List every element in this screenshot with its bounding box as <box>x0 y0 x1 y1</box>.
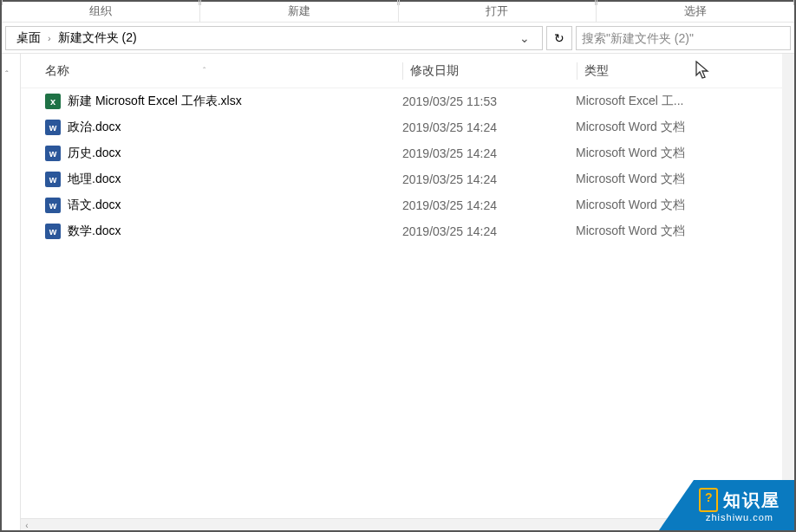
word-file-icon <box>45 146 61 161</box>
watermark-url: zhishiwu.com <box>706 512 773 522</box>
file-name-cell: 语文.docx <box>21 198 402 213</box>
file-row[interactable]: 历史.docx2019/03/25 14:24Microsoft Word 文档 <box>21 140 782 166</box>
file-name-cell: 政治.docx <box>21 120 402 135</box>
breadcrumb[interactable]: 桌面 › 新建文件夹 (2) ⌄ <box>5 26 543 50</box>
ribbon-group-organize: 组织 <box>2 2 200 22</box>
file-name-cell: 数学.docx <box>21 224 402 239</box>
file-name-cell: 新建 Microsoft Excel 工作表.xlsx <box>21 94 402 109</box>
ribbon-group-open: 打开 <box>399 2 597 22</box>
vertical-scrollbar[interactable] <box>782 54 794 530</box>
file-type-cell: Microsoft Word 文档 <box>576 172 767 187</box>
word-file-icon <box>45 172 61 187</box>
breadcrumb-segment-desktop[interactable]: 桌面 <box>13 30 44 46</box>
file-type-cell: Microsoft Word 文档 <box>576 198 767 213</box>
file-name-label: 政治.docx <box>68 120 121 135</box>
file-name-label: 语文.docx <box>68 198 121 213</box>
address-bar-row: 桌面 › 新建文件夹 (2) ⌄ ↻ <box>2 23 794 54</box>
file-date-cell: 2019/03/25 14:24 <box>402 146 576 160</box>
file-row[interactable]: 新建 Microsoft Excel 工作表.xlsx2019/03/25 11… <box>21 88 782 114</box>
column-header-name[interactable]: 名称 ˆ <box>21 63 402 79</box>
file-date-cell: 2019/03/25 14:24 <box>402 224 576 238</box>
file-date-cell: 2019/03/25 14:24 <box>402 172 576 186</box>
refresh-icon: ↻ <box>554 31 564 45</box>
word-file-icon <box>45 224 61 239</box>
refresh-button[interactable]: ↻ <box>546 26 572 50</box>
body: ˆ 名称 ˆ 修改日期 类型 新建 Microsoft Excel 工作表.xl… <box>2 54 794 530</box>
file-name-label: 新建 Microsoft Excel 工作表.xlsx <box>68 94 242 109</box>
search-box[interactable] <box>576 26 791 50</box>
nav-pane-collapsed[interactable]: ˆ <box>2 54 21 530</box>
ribbon-group-select: 选择 <box>597 2 794 22</box>
file-type-cell: Microsoft Excel 工... <box>576 94 767 109</box>
scroll-left-icon[interactable]: ‹ <box>21 519 33 530</box>
column-header-type[interactable]: 类型 <box>577 63 751 79</box>
column-headers: 名称 ˆ 修改日期 类型 <box>21 54 782 88</box>
file-type-cell: Microsoft Word 文档 <box>576 120 767 135</box>
file-date-cell: 2019/03/25 14:24 <box>402 120 576 134</box>
file-date-cell: 2019/03/25 14:24 <box>402 198 576 212</box>
word-file-icon <box>45 120 61 135</box>
breadcrumb-separator-icon[interactable]: › <box>44 33 55 43</box>
file-name-label: 地理.docx <box>68 172 121 187</box>
chevron-up-icon: ˆ <box>5 69 9 80</box>
file-list-pane: 名称 ˆ 修改日期 类型 新建 Microsoft Excel 工作表.xlsx… <box>21 54 782 530</box>
file-name-cell: 地理.docx <box>21 172 402 187</box>
file-type-cell: Microsoft Word 文档 <box>576 224 767 239</box>
ribbon-group-new: 新建 <box>200 2 399 22</box>
file-rows: 新建 Microsoft Excel 工作表.xlsx2019/03/25 11… <box>21 88 782 518</box>
column-header-name-label: 名称 <box>45 63 69 77</box>
breadcrumb-segment-folder[interactable]: 新建文件夹 (2) <box>55 30 140 46</box>
ribbon-group-labels: 组织 新建 打开 选择 <box>2 2 794 23</box>
column-header-date[interactable]: 修改日期 <box>403 63 577 79</box>
file-date-cell: 2019/03/25 11:53 <box>402 94 576 108</box>
file-row[interactable]: 政治.docx2019/03/25 14:24Microsoft Word 文档 <box>21 114 782 140</box>
file-name-cell: 历史.docx <box>21 146 402 161</box>
breadcrumb-dropdown-icon[interactable]: ⌄ <box>514 31 535 45</box>
search-input[interactable] <box>582 31 785 45</box>
watermark-title: 知识屋 <box>723 489 780 512</box>
file-name-label: 历史.docx <box>68 146 121 161</box>
file-row[interactable]: 语文.docx2019/03/25 14:24Microsoft Word 文档 <box>21 192 782 218</box>
word-file-icon <box>45 198 61 213</box>
excel-file-icon <box>45 94 61 109</box>
file-type-cell: Microsoft Word 文档 <box>576 146 767 161</box>
sort-indicator-icon: ˆ <box>203 67 206 76</box>
file-row[interactable]: 数学.docx2019/03/25 14:24Microsoft Word 文档 <box>21 218 782 244</box>
watermark: 知识屋 zhishiwu.com <box>659 480 794 530</box>
file-row[interactable]: 地理.docx2019/03/25 14:24Microsoft Word 文档 <box>21 166 782 192</box>
watermark-logo-icon <box>699 488 718 512</box>
explorer-window: 组织 新建 打开 选择 桌面 › 新建文件夹 (2) ⌄ ↻ ˆ 名称 ˆ <box>0 0 796 532</box>
file-name-label: 数学.docx <box>68 224 121 239</box>
